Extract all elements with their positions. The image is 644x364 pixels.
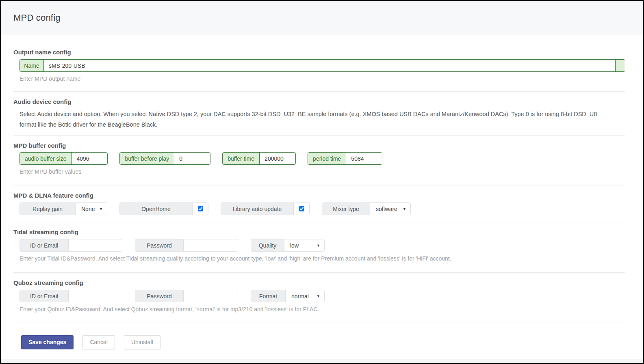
mpd-buffer-help: Enter MPD buffer values xyxy=(20,168,625,175)
library-auto-update-label: Library auto update xyxy=(221,203,294,215)
section-heading-audio-device: Audio device config xyxy=(13,98,625,106)
section-heading-output-name: Output name config xyxy=(13,49,625,56)
openhome-label: OpenHome xyxy=(120,203,193,215)
section-tidal: Tidal streaming config ID or Email Passw… xyxy=(13,222,625,272)
output-name-right-addon xyxy=(615,60,625,71)
cancel-button[interactable]: Cancel xyxy=(82,335,115,349)
buffer-before-play-label: buffer before play xyxy=(120,153,174,164)
tidal-quality-label: Quality xyxy=(251,239,284,251)
audio-buffer-size-label: audio buffer size xyxy=(20,153,72,164)
tidal-id-input[interactable] xyxy=(69,239,122,251)
tidal-quality-selected-value: low xyxy=(290,242,299,249)
tidal-quality-group: Quality low ▼ xyxy=(251,239,325,252)
qobuz-format-selected-value: normal xyxy=(291,293,309,299)
action-buttons: Save changes Cancel Uninstall xyxy=(21,335,625,349)
buffer-before-play-group: buffer before play xyxy=(119,152,210,165)
chevron-down-icon: ▼ xyxy=(317,243,320,248)
openhome-group: OpenHome xyxy=(119,202,208,215)
section-output-name: Output name config Name Enter MPD output… xyxy=(13,35,625,91)
openhome-checkbox-addon xyxy=(193,203,208,215)
library-auto-update-checkbox[interactable] xyxy=(299,206,304,211)
section-heading-tidal: Tidal streaming config xyxy=(13,228,625,236)
buffer-time-group: buffer time xyxy=(222,152,296,165)
buffer-time-input[interactable] xyxy=(260,153,295,164)
audio-device-description: Select Audio device and option. When you… xyxy=(20,109,625,130)
section-heading-features: MPD & DLNA feature config xyxy=(13,192,625,199)
mixer-type-select[interactable]: software ▼ xyxy=(370,203,410,215)
mixer-type-label: Mixer type xyxy=(322,203,370,215)
save-changes-button[interactable]: Save changes xyxy=(21,335,74,349)
period-time-input[interactable] xyxy=(346,153,382,164)
qobuz-format-label: Format xyxy=(251,290,286,302)
tidal-password-label: Password xyxy=(135,239,184,251)
library-auto-update-checkbox-addon xyxy=(294,203,309,215)
tidal-help: Enter your Tidal ID&Password. And select… xyxy=(20,255,625,262)
buffer-before-play-input[interactable] xyxy=(174,153,210,164)
period-time-label: period time xyxy=(308,153,346,164)
mixer-type-group: Mixer type software ▼ xyxy=(322,202,411,215)
period-time-group: period time xyxy=(308,152,382,165)
qobuz-password-label: Password xyxy=(135,290,184,302)
tidal-id-group: ID or Email xyxy=(20,239,122,252)
tidal-password-input[interactable] xyxy=(184,239,238,251)
qobuz-password-group: Password xyxy=(135,290,238,302)
output-name-group: Name xyxy=(20,59,625,72)
tidal-quality-select[interactable]: low ▼ xyxy=(284,239,324,251)
tidal-password-group: Password xyxy=(135,239,238,252)
section-features: MPD & DLNA feature config Replay gain No… xyxy=(13,185,625,222)
section-mpd-buffer: MPD buffer config audio buffer size buff… xyxy=(13,136,625,185)
openhome-checkbox[interactable] xyxy=(198,206,203,211)
mixer-type-selected-value: software xyxy=(376,206,397,212)
uninstall-button[interactable]: Uninstall xyxy=(124,335,160,349)
section-audio-device: Audio device config Select Audio device … xyxy=(13,92,625,135)
section-heading-mpd-buffer: MPD buffer config xyxy=(13,142,625,149)
output-name-label: Name xyxy=(20,60,44,71)
qobuz-password-input[interactable] xyxy=(184,290,238,302)
replay-gain-group: Replay gain None ▼ xyxy=(20,202,107,215)
qobuz-id-label: ID or Email xyxy=(20,290,69,302)
tidal-id-label: ID or Email xyxy=(20,239,69,251)
qobuz-format-select[interactable]: normal ▼ xyxy=(286,290,324,302)
output-name-input[interactable] xyxy=(44,60,615,71)
replay-gain-label: Replay gain xyxy=(20,203,76,215)
page-footer xyxy=(1,360,643,363)
page-header: MPD config xyxy=(1,1,643,35)
qobuz-help: Enter your Qobuz ID&Passowrd. And select… xyxy=(20,306,625,313)
library-auto-update-group: Library auto update xyxy=(221,202,310,215)
section-qobuz: Quboz streaming config ID or Email Passw… xyxy=(13,273,625,323)
config-form: Output name config Name Enter MPD output… xyxy=(1,35,643,360)
replay-gain-selected-value: None xyxy=(81,206,95,212)
audio-buffer-size-input[interactable] xyxy=(72,153,107,164)
output-name-help: Enter MPD output name xyxy=(20,75,625,82)
mpd-config-page: MPD config Output name config Name Enter… xyxy=(0,0,644,364)
buffer-time-label: buffer time xyxy=(223,153,260,164)
audio-buffer-size-group: audio buffer size xyxy=(20,152,108,165)
qobuz-format-group: Format normal ▼ xyxy=(251,290,325,302)
page-title: MPD config xyxy=(13,13,61,23)
chevron-down-icon: ▼ xyxy=(99,207,103,211)
qobuz-id-group: ID or Email xyxy=(20,290,122,302)
qobuz-id-input[interactable] xyxy=(69,290,122,302)
replay-gain-select[interactable]: None ▼ xyxy=(76,203,107,215)
chevron-down-icon: ▼ xyxy=(403,207,406,211)
section-heading-qobuz: Quboz streaming config xyxy=(13,279,625,286)
section-divider xyxy=(13,323,625,323)
chevron-down-icon: ▼ xyxy=(317,294,320,298)
